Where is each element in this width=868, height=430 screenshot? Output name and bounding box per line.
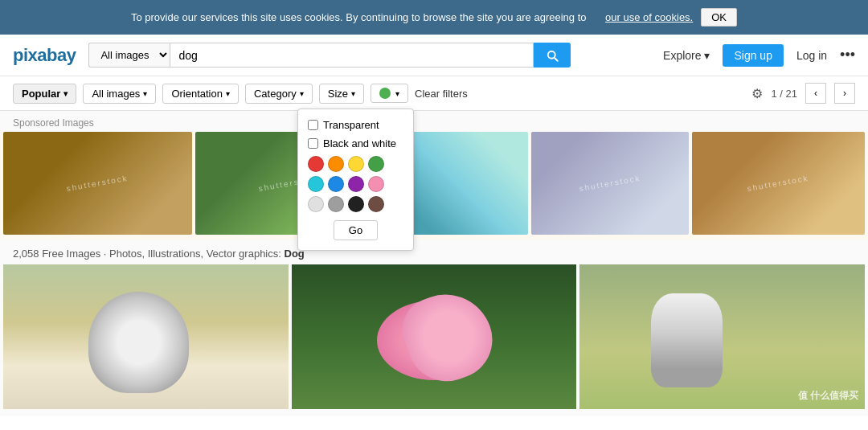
signup-button[interactable]: Sign up (723, 44, 783, 67)
grid-image-2[interactable] (292, 264, 577, 409)
watermark-5: shutterstock (747, 174, 810, 193)
transparent-label: Transparent (323, 119, 379, 131)
next-page-button[interactable]: › (834, 83, 855, 104)
transparent-option[interactable]: Transparent (308, 119, 403, 131)
sponsored-label: Sponsored Images (0, 111, 868, 132)
filter-size-button[interactable]: Size ▾ (319, 84, 364, 104)
search-bar: All images (88, 43, 571, 68)
bw-label: Black and white (323, 137, 396, 149)
filter-color-button[interactable]: ▾ (371, 84, 408, 103)
color-dropdown: Transparent Black and white Go (297, 109, 414, 251)
color-circle-purple[interactable] (348, 176, 364, 192)
watermark-4: shutterstock (579, 174, 642, 193)
clear-filters-link[interactable]: Clear filters (415, 88, 468, 100)
cookie-ok-button[interactable]: OK (701, 8, 737, 27)
logo[interactable]: pixabay (13, 45, 76, 66)
sponsored-image-5[interactable]: shutterstock (692, 132, 865, 235)
color-circle-yellow[interactable] (348, 156, 364, 172)
image-grid: 值 什么值得买 (0, 264, 868, 416)
bw-option[interactable]: Black and white (308, 137, 403, 149)
color-circle-red[interactable] (308, 156, 324, 172)
color-circle-lightgray[interactable] (308, 196, 324, 212)
page-info: 1 / 21 (771, 88, 797, 100)
color-circle-blue[interactable] (328, 176, 344, 192)
sponsored-image-4[interactable]: shutterstock (531, 132, 689, 235)
filter-category-button[interactable]: Category ▾ (245, 84, 313, 104)
search-input[interactable] (170, 43, 534, 68)
color-circle-brown[interactable] (368, 196, 384, 212)
grid-image-3[interactable]: 值 什么值得买 (579, 264, 865, 409)
header: pixabay All images Explore ▾ Sign up Log… (0, 35, 868, 76)
free-images-bar: 2,058 Free Images · Photos, Illustration… (0, 240, 868, 264)
color-circle-black[interactable] (348, 196, 364, 212)
cookie-banner: To provide our services this site uses c… (0, 0, 868, 35)
settings-icon[interactable]: ⚙ (751, 86, 763, 101)
filter-bar: Popular ▾ All images ▾ Orientation ▾ Cat… (0, 76, 868, 111)
search-type-select[interactable]: All images (88, 43, 170, 68)
filter-type-button[interactable]: All images ▾ (83, 84, 156, 104)
filter-right: ⚙ 1 / 21 ‹ › (751, 83, 855, 104)
cookie-message: To provide our services this site uses c… (131, 11, 587, 23)
color-circles (308, 156, 403, 212)
color-circle-pink[interactable] (368, 176, 384, 192)
cookie-link[interactable]: our use of cookies. (605, 11, 693, 23)
main-content: Sponsored Images shutterstock shuttersto… (0, 111, 868, 416)
sort-popular-button[interactable]: Popular ▾ (13, 84, 76, 104)
more-options-button[interactable]: ••• (840, 47, 855, 63)
image-count: 2,058 (13, 248, 39, 260)
color-circle-gray[interactable] (328, 196, 344, 212)
free-images-description: Free Images · Photos, Illustrations, Vec… (42, 248, 281, 260)
active-color-dot (379, 88, 391, 99)
color-circle-green[interactable] (368, 156, 384, 172)
filter-orientation-button[interactable]: Orientation ▾ (162, 84, 239, 104)
grid-image-1[interactable] (3, 264, 289, 409)
color-circle-orange[interactable] (328, 156, 344, 172)
chinese-watermark: 值 什么值得买 (798, 389, 858, 403)
transparent-checkbox[interactable] (308, 120, 318, 130)
explore-link[interactable]: Explore ▾ (663, 49, 710, 62)
header-right: Explore ▾ Sign up Log in ••• (663, 44, 855, 67)
color-circle-teal[interactable] (308, 176, 324, 192)
prev-page-button[interactable]: ‹ (805, 83, 826, 104)
bw-checkbox[interactable] (308, 138, 318, 149)
go-button[interactable]: Go (334, 220, 378, 240)
search-icon (545, 48, 559, 63)
login-link[interactable]: Log in (796, 49, 827, 62)
search-button[interactable] (534, 43, 571, 68)
sponsored-image-1[interactable]: shutterstock (3, 132, 192, 235)
watermark-1: shutterstock (66, 174, 129, 193)
